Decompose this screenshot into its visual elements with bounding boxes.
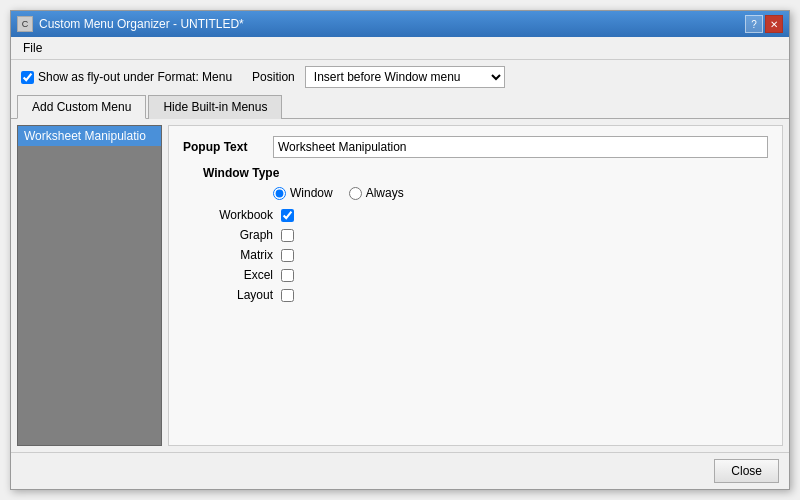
- checkbox-row-excel: Excel: [183, 268, 768, 282]
- title-buttons: ? ✕: [745, 15, 783, 33]
- right-panel: Popup Text Window Type Window Always: [168, 125, 783, 446]
- menu-file[interactable]: File: [17, 39, 48, 57]
- list-item[interactable]: Worksheet Manipulatio: [18, 126, 161, 146]
- graph-label: Graph: [183, 228, 273, 242]
- radio-window[interactable]: [273, 187, 286, 200]
- tab-add-custom-menu[interactable]: Add Custom Menu: [17, 95, 146, 119]
- checkbox-row-matrix: Matrix: [183, 248, 768, 262]
- main-content: Worksheet Manipulatio Popup Text Window …: [11, 119, 789, 452]
- popup-text-row: Popup Text: [183, 136, 768, 158]
- workbook-label: Workbook: [183, 208, 273, 222]
- excel-label: Excel: [183, 268, 273, 282]
- window-type-section: Window Type: [183, 166, 768, 180]
- toolbar-row: Show as fly-out under Format: Menu Posit…: [11, 60, 789, 94]
- show-flyout-checkbox[interactable]: [21, 71, 34, 84]
- position-select[interactable]: Insert before Window menuInsert after Wi…: [305, 66, 505, 88]
- excel-checkbox[interactable]: [281, 269, 294, 282]
- window-close-button[interactable]: ✕: [765, 15, 783, 33]
- layout-label: Layout: [183, 288, 273, 302]
- layout-checkbox[interactable]: [281, 289, 294, 302]
- show-flyout-label[interactable]: Show as fly-out under Format: Menu: [21, 70, 232, 84]
- tab-hide-builtin-menus[interactable]: Hide Built-in Menus: [148, 95, 282, 119]
- close-button[interactable]: Close: [714, 459, 779, 483]
- tabs-row: Add Custom Menu Hide Built-in Menus: [11, 94, 789, 119]
- window-title: Custom Menu Organizer - UNTITLED*: [39, 17, 244, 31]
- app-icon: C: [17, 16, 33, 32]
- help-button[interactable]: ?: [745, 15, 763, 33]
- menu-bar: File: [11, 37, 789, 60]
- matrix-label: Matrix: [183, 248, 273, 262]
- graph-checkbox[interactable]: [281, 229, 294, 242]
- matrix-checkbox[interactable]: [281, 249, 294, 262]
- popup-text-input[interactable]: [273, 136, 768, 158]
- bottom-bar: Close: [11, 452, 789, 489]
- checkbox-row-workbook: Workbook: [183, 208, 768, 222]
- title-bar: C Custom Menu Organizer - UNTITLED* ? ✕: [11, 11, 789, 37]
- radio-always[interactable]: [349, 187, 362, 200]
- title-bar-left: C Custom Menu Organizer - UNTITLED*: [17, 16, 244, 32]
- window-type-radios: Window Always: [273, 186, 768, 200]
- checkbox-row-layout: Layout: [183, 288, 768, 302]
- radio-window-label[interactable]: Window: [273, 186, 333, 200]
- main-window: C Custom Menu Organizer - UNTITLED* ? ✕ …: [10, 10, 790, 490]
- popup-text-label: Popup Text: [183, 140, 273, 154]
- checkbox-row-graph: Graph: [183, 228, 768, 242]
- position-label: Position: [252, 70, 295, 84]
- radio-always-label[interactable]: Always: [349, 186, 404, 200]
- workbook-checkbox[interactable]: [281, 209, 294, 222]
- left-panel: Worksheet Manipulatio: [17, 125, 162, 446]
